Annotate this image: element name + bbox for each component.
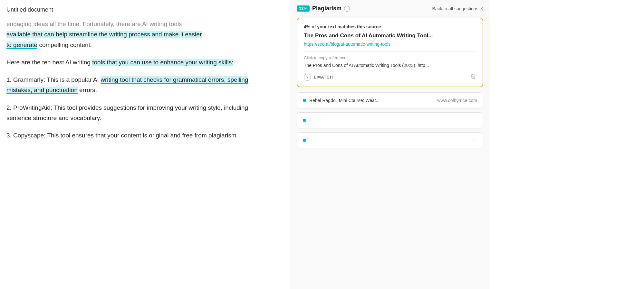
- info-icon[interactable]: i: [344, 6, 350, 12]
- document-content: engaging ideas all the time. Fortunately…: [6, 19, 271, 141]
- main-plagiarism-card[interactable]: 4% of your text matches this source: The…: [297, 18, 483, 87]
- paragraph3-text: 1. Grammarly: This is a popular AI: [6, 76, 101, 83]
- source-url-link[interactable]: https://seo.ai/blog/ai-automatic-writing…: [304, 42, 476, 47]
- close-icon[interactable]: ×: [480, 6, 483, 12]
- source-dot-0: [303, 99, 306, 102]
- paragraph-5: 3. Copyscape: This tool ensures that you…: [6, 130, 271, 141]
- trash-icon[interactable]: [470, 73, 476, 81]
- source-card-0[interactable]: Rebel Ragdoll Mini Course: Weat... — www…: [297, 92, 483, 108]
- match-percent-text: 4% of your text matches this source:: [304, 24, 476, 29]
- paragraph-4: 2. ProWritingAid: This tool provides sug…: [6, 103, 271, 124]
- source-card-url-1: —: [470, 118, 477, 123]
- copy-reference-label: Click to copy reference: [304, 55, 476, 60]
- divider: [304, 51, 476, 51]
- source-dot-2: [303, 139, 306, 142]
- plagiarism-panel: 13% Plagiarism i Back to all suggestions…: [290, 0, 490, 289]
- paragraph3-rest: errors.: [78, 87, 97, 93]
- source-card-2[interactable]: —: [297, 132, 483, 148]
- paragraph2-start: Here are the ten best AI writing: [6, 59, 92, 66]
- match-percent-label: of your text matches this source:: [312, 24, 382, 29]
- document-title: Untitled document: [6, 6, 271, 13]
- source-card-title-0: Rebel Ragdoll Mini Course: Weat...: [309, 98, 426, 103]
- card-footer: ? 1 MATCH: [304, 73, 476, 81]
- match-percent-value: 4%: [304, 24, 310, 29]
- question-icon[interactable]: ?: [304, 74, 311, 81]
- reference-text[interactable]: The Pros and Cons of AI Automatic Writin…: [304, 62, 476, 69]
- back-to-suggestions-link[interactable]: Back to all suggestions ×: [432, 6, 483, 12]
- paragraph1-rest: compelling content.: [37, 42, 92, 48]
- match-count: 1 MATCH: [313, 75, 333, 79]
- paragraph-1: engaging ideas all the time. Fortunately…: [6, 19, 271, 50]
- panel-header: 13% Plagiarism i Back to all suggestions…: [297, 5, 483, 12]
- source-card-url-0: — www.colbyrrice.com: [429, 98, 477, 103]
- paragraph1-highlight2: to generate: [6, 42, 37, 49]
- paragraph1-highlight: available that can help streamline the w…: [6, 31, 202, 38]
- source-card-url-2: —: [470, 138, 477, 143]
- source-card-1[interactable]: —: [297, 112, 483, 128]
- paragraph2-highlight: tools that you can use to enhance your w…: [92, 59, 233, 66]
- plagiarism-badge: 13%: [297, 5, 310, 12]
- paragraph-2: Here are the ten best AI writing tools t…: [6, 57, 271, 68]
- paragraph-3: 1. Grammarly: This is a popular AI writi…: [6, 75, 271, 96]
- source-dot-1: [303, 119, 306, 122]
- panel-title: Plagiarism: [312, 5, 341, 12]
- document-panel: Untitled document engaging ideas all the…: [0, 0, 290, 289]
- source-title: The Pros and Cons of AI Automatic Writin…: [304, 33, 476, 39]
- paragraph1-faded: engaging ideas all the time. Fortunately…: [6, 21, 182, 27]
